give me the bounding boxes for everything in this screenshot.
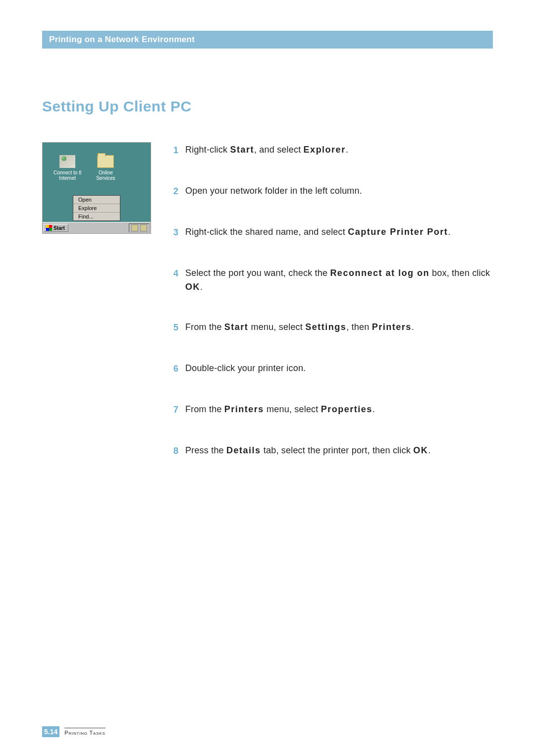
step-text: Double-click your printer icon. bbox=[185, 362, 306, 376]
step-number: 1 bbox=[173, 143, 180, 158]
step-number: 7 bbox=[173, 403, 180, 417]
connect-icon bbox=[59, 155, 75, 168]
screenshot-figure: Connect to tl Internet Online Services O… bbox=[42, 142, 151, 234]
footer-label: Printing Tasks bbox=[64, 728, 105, 736]
taskbar: Start bbox=[43, 222, 151, 233]
step-number: 5 bbox=[173, 321, 180, 335]
desktop-icons: Connect to tl Internet Online Services bbox=[43, 143, 151, 185]
step-number: 4 bbox=[173, 267, 180, 294]
step-4: 4 Select the port you want, check the Re… bbox=[173, 267, 493, 294]
header-bar: Printing on a Network Environment bbox=[42, 31, 493, 49]
menu-item-find: Find... bbox=[73, 213, 120, 220]
step-1: 1 Right-click Start, and select Explorer… bbox=[173, 143, 493, 158]
header-title: Printing on a Network Environment bbox=[49, 35, 195, 44]
step-5: 5 From the Start menu, select Settings, … bbox=[173, 321, 493, 335]
folder-icon bbox=[97, 155, 114, 168]
connect-label: Connect to tl Internet bbox=[54, 170, 81, 181]
step-text: Open your network folder in the left col… bbox=[185, 184, 362, 199]
online-label: Online Services bbox=[96, 170, 115, 181]
step-3: 3 Right-click the shared name, and selec… bbox=[173, 225, 493, 240]
desktop-icon-online: Online Services bbox=[96, 155, 115, 181]
page-footer: 5.14 Printing Tasks bbox=[42, 726, 106, 737]
step-number: 2 bbox=[173, 184, 180, 199]
step-number: 6 bbox=[173, 362, 180, 376]
step-8: 8 Press the Details tab, select the prin… bbox=[173, 444, 493, 458]
step-text: From the Start menu, select Settings, th… bbox=[185, 321, 414, 335]
start-label: Start bbox=[54, 225, 65, 231]
system-tray bbox=[129, 223, 150, 232]
step-7: 7 From the Printers menu, select Propert… bbox=[173, 403, 493, 417]
chapter-number: 5. bbox=[44, 728, 50, 736]
step-2: 2 Open your network folder in the left c… bbox=[173, 184, 493, 199]
page-number: 14 bbox=[50, 728, 58, 736]
menu-item-explore: Explore bbox=[73, 204, 120, 213]
section-title-text: Setting Up Client PC bbox=[42, 98, 192, 114]
step-text: Right-click Start, and select Explorer. bbox=[185, 143, 348, 158]
tray-icon bbox=[140, 224, 147, 231]
page-number-badge: 5.14 bbox=[42, 726, 59, 737]
step-6: 6 Double-click your printer icon. bbox=[173, 362, 493, 376]
step-text: From the Printers menu, select Propertie… bbox=[185, 403, 375, 417]
menu-item-open: Open bbox=[73, 196, 120, 204]
step-number: 3 bbox=[173, 225, 180, 240]
steps-list: 1 Right-click Start, and select Explorer… bbox=[173, 142, 493, 485]
desktop-icon-connect: Connect to tl Internet bbox=[54, 155, 81, 181]
section-title: Setting Up Client PC bbox=[42, 98, 493, 115]
step-text: Right-click the shared name, and select … bbox=[185, 225, 450, 240]
tray-icon bbox=[131, 224, 138, 231]
step-text: Select the port you want, check the Reco… bbox=[185, 267, 493, 294]
content-row: Connect to tl Internet Online Services O… bbox=[42, 142, 493, 485]
start-button: Start bbox=[44, 224, 68, 232]
step-text: Press the Details tab, select the printe… bbox=[185, 444, 430, 458]
context-menu: Open Explore Find... bbox=[73, 195, 120, 221]
windows-flag-icon bbox=[46, 225, 52, 231]
step-number: 8 bbox=[173, 444, 180, 458]
